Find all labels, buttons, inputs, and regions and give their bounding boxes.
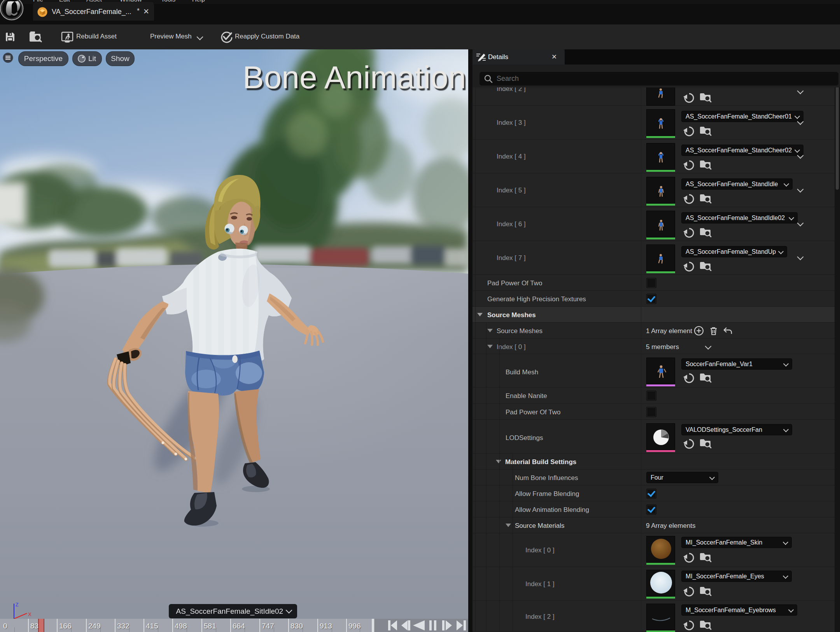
svg-text:Z: Z [16, 602, 19, 608]
svg-text:X: X [28, 611, 32, 617]
